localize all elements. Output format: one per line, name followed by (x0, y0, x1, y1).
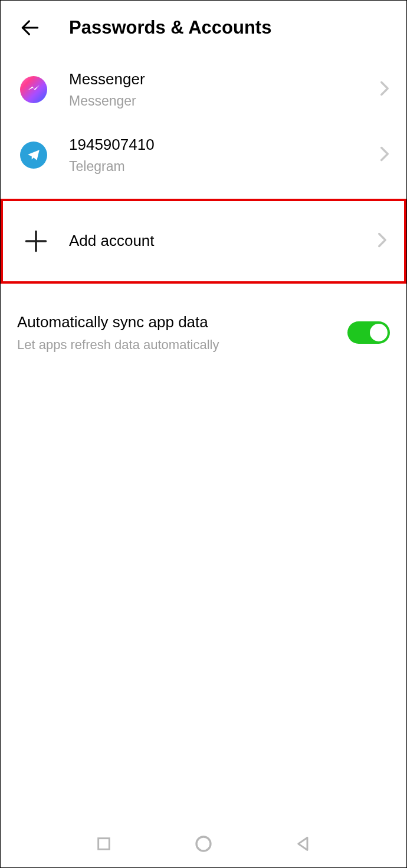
telegram-app-icon (17, 139, 50, 172)
triangle-back-icon (295, 836, 311, 852)
accounts-list: Messenger Messenger 1945907410 Telegram … (1, 57, 406, 284)
sync-section: Automatically sync app data Let apps ref… (1, 284, 406, 364)
account-item-messenger[interactable]: Messenger Messenger (1, 57, 406, 123)
account-title: 1945907410 (69, 136, 379, 154)
system-navbar (1, 820, 406, 867)
chevron-right-icon (379, 80, 390, 99)
header: Passwords & Accounts (1, 1, 406, 57)
square-icon (96, 836, 112, 852)
account-subtitle: Telegram (69, 159, 379, 175)
account-text: 1945907410 Telegram (69, 136, 379, 175)
account-item-telegram[interactable]: 1945907410 Telegram (1, 123, 406, 188)
svg-rect-3 (98, 839, 109, 850)
sync-title: Automatically sync app data (17, 313, 347, 331)
add-account-row[interactable]: Add account (1, 199, 406, 284)
sync-subtitle: Let apps refresh data automatically (17, 337, 347, 353)
account-text: Messenger Messenger (69, 70, 379, 110)
switch-knob (370, 324, 388, 341)
nav-home-button[interactable] (192, 832, 215, 856)
chevron-right-icon (377, 232, 388, 251)
svg-point-4 (196, 837, 211, 851)
account-subtitle: Messenger (69, 93, 379, 110)
page-title: Passwords & Accounts (69, 17, 271, 38)
plus-icon (19, 225, 52, 258)
nav-back-button[interactable] (291, 832, 315, 856)
account-title: Messenger (69, 70, 379, 88)
chevron-right-icon (379, 146, 390, 165)
nav-recent-button[interactable] (92, 832, 116, 856)
add-account-label: Add account (69, 232, 377, 250)
sync-toggle[interactable] (347, 321, 390, 344)
messenger-app-icon (17, 73, 50, 106)
circle-icon (194, 834, 213, 853)
sync-text: Automatically sync app data Let apps ref… (17, 313, 347, 353)
back-arrow-icon (19, 17, 41, 39)
svg-marker-5 (298, 838, 307, 850)
back-button[interactable] (17, 15, 43, 41)
